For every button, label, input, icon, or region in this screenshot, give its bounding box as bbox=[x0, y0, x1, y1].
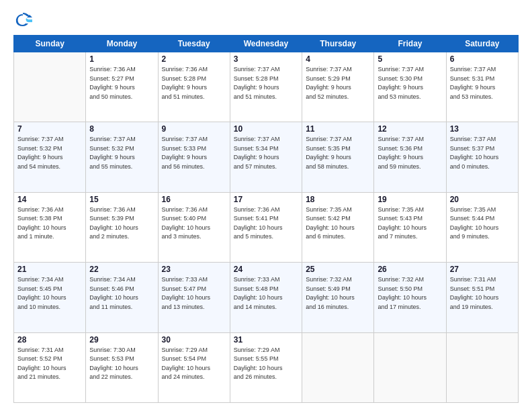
calendar-cell: 7Sunrise: 7:37 AM Sunset: 5:32 PM Daylig… bbox=[14, 122, 86, 192]
calendar-cell bbox=[302, 332, 374, 402]
calendar-cell: 8Sunrise: 7:37 AM Sunset: 5:32 PM Daylig… bbox=[86, 122, 158, 192]
day-info: Sunrise: 7:36 AM Sunset: 5:28 PM Dayligh… bbox=[162, 65, 226, 101]
day-number: 5 bbox=[378, 54, 442, 64]
day-number: 23 bbox=[162, 265, 226, 274]
day-number: 8 bbox=[89, 124, 154, 134]
day-info: Sunrise: 7:37 AM Sunset: 5:36 PM Dayligh… bbox=[378, 135, 442, 171]
calendar-cell: 2Sunrise: 7:36 AM Sunset: 5:28 PM Daylig… bbox=[158, 52, 230, 122]
weekday-header-friday: Friday bbox=[374, 36, 446, 52]
calendar-cell bbox=[14, 52, 86, 122]
day-info: Sunrise: 7:36 AM Sunset: 5:40 PM Dayligh… bbox=[162, 205, 226, 242]
day-number: 28 bbox=[17, 335, 82, 345]
day-number: 25 bbox=[306, 265, 370, 274]
day-number: 9 bbox=[162, 124, 226, 134]
day-number: 2 bbox=[162, 54, 226, 64]
day-info: Sunrise: 7:37 AM Sunset: 5:34 PM Dayligh… bbox=[234, 135, 298, 171]
day-number: 14 bbox=[17, 195, 82, 204]
calendar-week-row: 21Sunrise: 7:34 AM Sunset: 5:45 PM Dayli… bbox=[14, 263, 519, 332]
calendar-cell: 29Sunrise: 7:30 AM Sunset: 5:53 PM Dayli… bbox=[86, 332, 158, 402]
day-number: 7 bbox=[17, 124, 82, 134]
day-info: Sunrise: 7:31 AM Sunset: 5:52 PM Dayligh… bbox=[17, 346, 82, 382]
calendar-cell: 24Sunrise: 7:33 AM Sunset: 5:48 PM Dayli… bbox=[230, 263, 302, 332]
day-number: 19 bbox=[378, 195, 442, 204]
day-info: Sunrise: 7:32 AM Sunset: 5:49 PM Dayligh… bbox=[306, 275, 370, 312]
day-info: Sunrise: 7:33 AM Sunset: 5:48 PM Dayligh… bbox=[234, 275, 298, 312]
day-info: Sunrise: 7:37 AM Sunset: 5:37 PM Dayligh… bbox=[450, 135, 515, 171]
day-info: Sunrise: 7:37 AM Sunset: 5:32 PM Dayligh… bbox=[17, 135, 82, 171]
calendar-cell: 4Sunrise: 7:37 AM Sunset: 5:29 PM Daylig… bbox=[302, 52, 374, 122]
day-info: Sunrise: 7:37 AM Sunset: 5:29 PM Dayligh… bbox=[306, 65, 370, 101]
calendar-cell: 27Sunrise: 7:31 AM Sunset: 5:51 PM Dayli… bbox=[446, 263, 518, 332]
day-number: 20 bbox=[450, 195, 515, 204]
calendar-cell: 25Sunrise: 7:32 AM Sunset: 5:49 PM Dayli… bbox=[302, 263, 374, 332]
day-info: Sunrise: 7:34 AM Sunset: 5:45 PM Dayligh… bbox=[17, 275, 82, 312]
day-info: Sunrise: 7:29 AM Sunset: 5:55 PM Dayligh… bbox=[234, 346, 298, 382]
logo-icon bbox=[13, 11, 32, 30]
calendar-week-row: 14Sunrise: 7:36 AM Sunset: 5:38 PM Dayli… bbox=[14, 192, 519, 262]
day-number: 31 bbox=[234, 335, 298, 345]
calendar-cell: 30Sunrise: 7:29 AM Sunset: 5:54 PM Dayli… bbox=[158, 332, 230, 402]
calendar-cell: 17Sunrise: 7:36 AM Sunset: 5:41 PM Dayli… bbox=[230, 192, 302, 262]
weekday-header-thursday: Thursday bbox=[302, 36, 374, 52]
day-number: 22 bbox=[89, 265, 154, 274]
calendar-cell bbox=[446, 332, 518, 402]
day-info: Sunrise: 7:29 AM Sunset: 5:54 PM Dayligh… bbox=[162, 346, 226, 382]
calendar-cell: 18Sunrise: 7:35 AM Sunset: 5:42 PM Dayli… bbox=[302, 192, 374, 262]
day-info: Sunrise: 7:30 AM Sunset: 5:53 PM Dayligh… bbox=[89, 346, 154, 382]
calendar-cell: 16Sunrise: 7:36 AM Sunset: 5:40 PM Dayli… bbox=[158, 192, 230, 262]
day-info: Sunrise: 7:35 AM Sunset: 5:42 PM Dayligh… bbox=[306, 205, 370, 242]
calendar-week-row: 7Sunrise: 7:37 AM Sunset: 5:32 PM Daylig… bbox=[14, 122, 519, 192]
day-number: 10 bbox=[234, 124, 298, 134]
day-number: 16 bbox=[162, 195, 226, 204]
calendar-cell: 13Sunrise: 7:37 AM Sunset: 5:37 PM Dayli… bbox=[446, 122, 518, 192]
day-info: Sunrise: 7:35 AM Sunset: 5:43 PM Dayligh… bbox=[378, 205, 442, 242]
day-number: 3 bbox=[234, 54, 298, 64]
calendar-cell: 31Sunrise: 7:29 AM Sunset: 5:55 PM Dayli… bbox=[230, 332, 302, 402]
day-info: Sunrise: 7:37 AM Sunset: 5:33 PM Dayligh… bbox=[162, 135, 226, 171]
day-info: Sunrise: 7:36 AM Sunset: 5:27 PM Dayligh… bbox=[89, 65, 154, 101]
day-info: Sunrise: 7:37 AM Sunset: 5:31 PM Dayligh… bbox=[450, 65, 515, 101]
day-info: Sunrise: 7:34 AM Sunset: 5:46 PM Dayligh… bbox=[89, 275, 154, 312]
calendar-cell: 23Sunrise: 7:33 AM Sunset: 5:47 PM Dayli… bbox=[158, 263, 230, 332]
calendar-cell: 26Sunrise: 7:32 AM Sunset: 5:50 PM Dayli… bbox=[374, 263, 446, 332]
day-number: 18 bbox=[306, 195, 370, 204]
day-number: 15 bbox=[89, 195, 154, 204]
weekday-header-monday: Monday bbox=[86, 36, 158, 52]
day-info: Sunrise: 7:31 AM Sunset: 5:51 PM Dayligh… bbox=[450, 275, 515, 312]
calendar-cell: 21Sunrise: 7:34 AM Sunset: 5:45 PM Dayli… bbox=[14, 263, 86, 332]
day-number: 4 bbox=[306, 54, 370, 64]
day-number: 11 bbox=[306, 124, 370, 134]
day-info: Sunrise: 7:36 AM Sunset: 5:41 PM Dayligh… bbox=[234, 205, 298, 242]
day-number: 12 bbox=[378, 124, 442, 134]
calendar-cell: 11Sunrise: 7:37 AM Sunset: 5:35 PM Dayli… bbox=[302, 122, 374, 192]
day-info: Sunrise: 7:33 AM Sunset: 5:47 PM Dayligh… bbox=[162, 275, 226, 312]
day-number: 26 bbox=[378, 265, 442, 274]
day-info: Sunrise: 7:32 AM Sunset: 5:50 PM Dayligh… bbox=[378, 275, 442, 312]
calendar-cell: 5Sunrise: 7:37 AM Sunset: 5:30 PM Daylig… bbox=[374, 52, 446, 122]
day-info: Sunrise: 7:35 AM Sunset: 5:44 PM Dayligh… bbox=[450, 205, 515, 242]
calendar-table: SundayMondayTuesdayWednesdayThursdayFrid… bbox=[13, 35, 519, 403]
calendar-cell bbox=[374, 332, 446, 402]
calendar-cell: 22Sunrise: 7:34 AM Sunset: 5:46 PM Dayli… bbox=[86, 263, 158, 332]
calendar-cell: 3Sunrise: 7:37 AM Sunset: 5:28 PM Daylig… bbox=[230, 52, 302, 122]
weekday-header-sunday: Sunday bbox=[14, 36, 86, 52]
calendar-cell: 28Sunrise: 7:31 AM Sunset: 5:52 PM Dayli… bbox=[14, 332, 86, 402]
day-info: Sunrise: 7:36 AM Sunset: 5:39 PM Dayligh… bbox=[89, 205, 154, 242]
calendar-cell: 6Sunrise: 7:37 AM Sunset: 5:31 PM Daylig… bbox=[446, 52, 518, 122]
day-info: Sunrise: 7:37 AM Sunset: 5:32 PM Dayligh… bbox=[89, 135, 154, 171]
day-number: 1 bbox=[89, 54, 154, 64]
page: SundayMondayTuesdayWednesdayThursdayFrid… bbox=[0, 0, 532, 411]
calendar-cell: 9Sunrise: 7:37 AM Sunset: 5:33 PM Daylig… bbox=[158, 122, 230, 192]
day-info: Sunrise: 7:37 AM Sunset: 5:28 PM Dayligh… bbox=[234, 65, 298, 101]
weekday-header-wednesday: Wednesday bbox=[230, 36, 302, 52]
calendar-cell: 1Sunrise: 7:36 AM Sunset: 5:27 PM Daylig… bbox=[86, 52, 158, 122]
weekday-header-tuesday: Tuesday bbox=[158, 36, 230, 52]
weekday-header-row: SundayMondayTuesdayWednesdayThursdayFrid… bbox=[14, 36, 519, 52]
calendar-week-row: 1Sunrise: 7:36 AM Sunset: 5:27 PM Daylig… bbox=[14, 52, 519, 122]
calendar-cell: 14Sunrise: 7:36 AM Sunset: 5:38 PM Dayli… bbox=[14, 192, 86, 262]
day-number: 13 bbox=[450, 124, 515, 134]
calendar-cell: 20Sunrise: 7:35 AM Sunset: 5:44 PM Dayli… bbox=[446, 192, 518, 262]
day-number: 30 bbox=[162, 335, 226, 345]
day-number: 29 bbox=[89, 335, 154, 345]
calendar-cell: 10Sunrise: 7:37 AM Sunset: 5:34 PM Dayli… bbox=[230, 122, 302, 192]
